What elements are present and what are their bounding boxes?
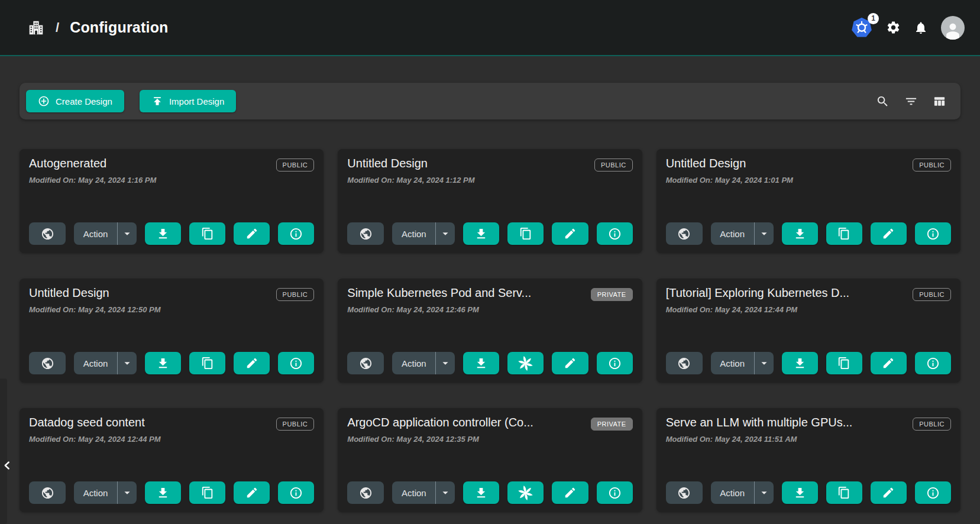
design-card: Autogenerated PUBLIC Modified On: May 24…: [20, 149, 324, 253]
info-button[interactable]: [278, 222, 314, 245]
chevron-down-icon: [758, 357, 771, 370]
table-view-button[interactable]: [933, 95, 946, 108]
filter-button[interactable]: [904, 95, 918, 108]
action-button[interactable]: Action: [711, 222, 754, 245]
visibility-globe-button[interactable]: [347, 352, 384, 374]
download-button[interactable]: [782, 481, 818, 504]
action-button[interactable]: Action: [711, 481, 754, 504]
edit-button[interactable]: [871, 481, 907, 504]
visibility-badge: PUBLIC: [913, 418, 951, 431]
action-button[interactable]: Action: [74, 481, 117, 504]
action-dropdown-button[interactable]: [436, 222, 455, 245]
edit-button[interactable]: [234, 352, 270, 374]
action-button[interactable]: Action: [392, 352, 435, 374]
action-dropdown-button[interactable]: [755, 352, 774, 374]
design-title: Untitled Design: [347, 157, 428, 170]
card-actions: Action: [29, 352, 314, 374]
download-button[interactable]: [782, 222, 818, 245]
action-dropdown-button[interactable]: [436, 352, 455, 374]
user-avatar[interactable]: [941, 16, 965, 40]
visibility-globe-button[interactable]: [666, 352, 703, 374]
download-button[interactable]: [463, 481, 499, 504]
visibility-globe-button[interactable]: [347, 481, 384, 504]
download-button[interactable]: [782, 352, 818, 374]
action-split-button: Action: [74, 352, 137, 374]
clone-button[interactable]: [826, 222, 862, 245]
edit-button[interactable]: [552, 222, 588, 245]
download-button[interactable]: [463, 352, 499, 374]
card-header: Untitled Design PUBLIC: [29, 286, 314, 301]
import-design-button[interactable]: Import Design: [140, 90, 236, 112]
info-icon: [926, 357, 940, 370]
search-button[interactable]: [876, 95, 890, 108]
clone-button[interactable]: [189, 222, 225, 245]
download-button[interactable]: [145, 481, 181, 504]
visibility-globe-button[interactable]: [347, 222, 384, 245]
design-title: Untitled Design: [29, 286, 109, 300]
building-icon[interactable]: [27, 19, 45, 37]
search-icon: [876, 95, 890, 108]
pencil-icon: [882, 227, 895, 240]
visibility-globe-button[interactable]: [29, 481, 66, 504]
clone-button[interactable]: [826, 481, 862, 504]
action-button[interactable]: Action: [392, 481, 435, 504]
design-card: Untitled Design PUBLIC Modified On: May …: [338, 149, 642, 253]
action-dropdown-button[interactable]: [436, 481, 455, 504]
info-button[interactable]: [915, 222, 951, 245]
drawer-toggle-button[interactable]: [0, 457, 14, 476]
info-button[interactable]: [915, 352, 951, 374]
info-button[interactable]: [915, 481, 951, 504]
clone-button[interactable]: [507, 222, 544, 245]
copy-icon: [201, 486, 214, 499]
action-dropdown-button[interactable]: [118, 222, 137, 245]
action-button[interactable]: Action: [392, 222, 435, 245]
visibility-globe-button[interactable]: [29, 352, 66, 374]
download-button[interactable]: [145, 352, 181, 374]
design-card: [Tutorial] Exploring Kubernetes D... PUB…: [656, 279, 960, 383]
info-button[interactable]: [278, 481, 314, 504]
info-button[interactable]: [597, 481, 633, 504]
visibility-globe-button[interactable]: [666, 222, 703, 245]
download-icon: [793, 486, 807, 500]
action-button[interactable]: Action: [74, 222, 117, 245]
modified-timestamp: Modified On: May 24, 2024 12:44 PM: [29, 435, 314, 444]
card-header: ArgoCD application controller (Co... PRI…: [347, 416, 632, 431]
clone-button[interactable]: [507, 352, 544, 374]
action-dropdown-button[interactable]: [755, 481, 774, 504]
clone-button[interactable]: [507, 481, 544, 504]
kubernetes-context-button[interactable]: 1: [850, 17, 873, 39]
edit-button[interactable]: [871, 222, 907, 245]
create-design-button[interactable]: Create Design: [26, 90, 124, 112]
action-split-button: Action: [74, 222, 137, 245]
edit-button[interactable]: [552, 481, 588, 504]
download-button[interactable]: [145, 222, 181, 245]
visibility-badge: PRIVATE: [591, 288, 633, 301]
chevron-down-icon: [758, 227, 771, 240]
edit-button[interactable]: [552, 352, 588, 374]
notifications-button[interactable]: [914, 21, 928, 35]
action-dropdown-button[interactable]: [118, 481, 137, 504]
info-button[interactable]: [597, 352, 633, 374]
settings-button[interactable]: [886, 20, 901, 35]
design-card: Untitled Design PUBLIC Modified On: May …: [20, 279, 324, 383]
designs-toolbar: Create Design Import Design: [20, 83, 960, 119]
globe-icon: [359, 357, 373, 370]
info-button[interactable]: [597, 222, 633, 245]
modified-timestamp: Modified On: May 24, 2024 12:50 PM: [29, 305, 314, 314]
info-button[interactable]: [278, 352, 314, 374]
action-button[interactable]: Action: [74, 352, 117, 374]
visibility-globe-button[interactable]: [29, 222, 66, 245]
clone-button[interactable]: [189, 481, 225, 504]
edit-button[interactable]: [234, 222, 270, 245]
pencil-icon: [564, 486, 577, 499]
modified-timestamp: Modified On: May 24, 2024 12:46 PM: [347, 305, 632, 314]
edit-button[interactable]: [871, 352, 907, 374]
edit-button[interactable]: [234, 481, 270, 504]
action-dropdown-button[interactable]: [118, 352, 137, 374]
download-button[interactable]: [463, 222, 499, 245]
visibility-globe-button[interactable]: [666, 481, 703, 504]
clone-button[interactable]: [826, 352, 862, 374]
action-dropdown-button[interactable]: [755, 222, 774, 245]
action-button[interactable]: Action: [711, 352, 754, 374]
clone-button[interactable]: [189, 352, 225, 374]
